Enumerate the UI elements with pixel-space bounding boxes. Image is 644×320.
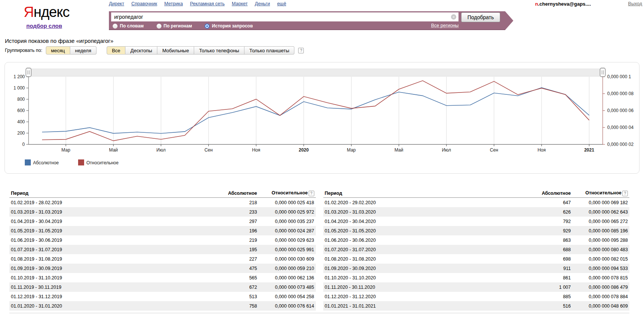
table-row: 01.05.2020 - 31.05.20209290,000 000 085 … [323, 226, 630, 235]
logout-link[interactable]: Выход [628, 1, 642, 6]
cell-absolute: 647 [522, 200, 571, 205]
table-row: 01.08.2019 - 31.08.20192270,000 000 030 … [9, 254, 316, 264]
cell-period: 01.09.2020 - 30.09.2020 [325, 266, 522, 271]
relative-help-icon[interactable]: ? [309, 191, 314, 196]
table-row: 01.06.2020 - 30.06.20208630,000 000 095 … [323, 235, 630, 245]
radio-icon[interactable] [157, 24, 161, 29]
cell-relative: 0,000 000 065 272 [571, 219, 628, 224]
cell-absolute: 475 [208, 266, 257, 271]
cell-absolute: 195 [208, 247, 257, 252]
cell-relative: 0,000 000 054 258 [257, 294, 314, 299]
cell-absolute: 219 [208, 238, 257, 243]
range-slider-handle-left[interactable] [26, 68, 31, 77]
cell-absolute: 196 [208, 228, 257, 234]
table-row: 01.03.2019 - 31.03.20192330,000 000 025 … [9, 207, 316, 217]
cell-relative: 0,000 000 059 210 [257, 266, 314, 271]
cell-period: 01.11.2019 - 30.11.2019 [11, 285, 208, 290]
table-row: 01.02.2020 - 29.02.20206470,000 000 069 … [323, 198, 630, 207]
x-axis-label: Мар [347, 147, 356, 153]
range-slider-handle-right[interactable] [600, 68, 605, 77]
table-row: 01.01.2020 - 31.01.20207580,000 000 076 … [9, 301, 316, 311]
left-axis-label: 0 [22, 142, 25, 147]
device-filter-только-телефоны[interactable]: Только телефоны [194, 46, 244, 55]
col-header-absolute: Абсолютное [522, 191, 571, 196]
topnav-link-2[interactable]: Справочник [131, 1, 157, 6]
device-filter-все[interactable]: Все [107, 46, 125, 55]
legend-item-absolute[interactable]: Абсолютное [25, 159, 59, 165]
table-row: 01.02.2019 - 28.02.20192180,000 000 025 … [9, 198, 316, 207]
cell-absolute: 688 [522, 247, 571, 252]
search-button[interactable]: Подобрать [461, 12, 500, 22]
right-axis-label: 0,000 000 02 [607, 142, 633, 147]
cell-absolute: 565 [208, 275, 257, 281]
page-title: История показов по фразе «игропедагог» [5, 38, 113, 44]
legend-item-relative[interactable]: Относительное [78, 159, 119, 165]
cell-absolute: 297 [208, 219, 257, 224]
devices-help-icon[interactable]: ? [298, 48, 304, 53]
wordstat-link[interactable]: подбор слов [26, 23, 62, 29]
left-axis-label: 200 [17, 130, 25, 136]
table-row: 01.10.2020 - 31.10.20208610,000 000 078 … [323, 273, 630, 282]
email-rest-part: .chernysheva@gaps.... [538, 1, 591, 7]
table-row: 01.11.2020 - 30.11.20201 0070,000 000 08… [323, 282, 630, 292]
cell-period: 01.12.2019 - 31.12.2019 [11, 294, 208, 299]
x-axis-label: Ноя [537, 147, 546, 153]
radio-icon[interactable] [113, 24, 118, 29]
topnav-link-3[interactable]: Метрика [164, 1, 182, 6]
controls-row: Группировать по: месяцнеделя ВсеДесктопы… [5, 46, 304, 55]
group-by-неделя[interactable]: неделя [70, 46, 97, 55]
group-by-месяц[interactable]: месяц [46, 46, 70, 55]
range-slider-track[interactable] [29, 69, 603, 76]
cell-relative: 0,000 000 085 196 [571, 228, 628, 234]
table-header-row: ПериодАбсолютноеОтносительное? [9, 189, 316, 198]
email-red-part: n [535, 1, 538, 7]
col-header-relative: Относительное? [571, 190, 628, 196]
cell-relative: 0,000 000 025 991 [257, 247, 314, 252]
x-axis-label: 2020 [299, 147, 309, 153]
table-row: 01.12.2020 - 31.12.20208850,000 000 078 … [323, 292, 630, 301]
search-input[interactable] [111, 12, 458, 21]
cell-relative: 0,000 000 080 483 [571, 247, 628, 252]
device-filter-только-планшеты[interactable]: Только планшеты [244, 46, 294, 55]
topnav-link-5[interactable]: Маркет [232, 1, 247, 6]
cell-period: 01.05.2020 - 31.05.2020 [325, 228, 522, 234]
cell-relative: 0,000 000 094 533 [571, 266, 628, 271]
device-filter-мобильные[interactable]: Мобильные [157, 46, 194, 55]
clear-icon[interactable]: × [451, 14, 456, 20]
search-mode-2[interactable]: По регионам [157, 23, 192, 29]
device-filter-десктопы[interactable]: Десктопы [125, 46, 157, 55]
cell-relative: 0,000 000 078 815 [571, 275, 628, 281]
history-tables: ПериодАбсолютноеОтносительное?01.02.2019… [9, 189, 629, 313]
search-mode-label: История запросов [212, 23, 253, 29]
topnav-link-4[interactable]: Рекламная сеть [190, 1, 225, 6]
col-header-period: Период [325, 191, 522, 196]
history-table-2020: ПериодАбсолютноеОтносительное?01.02.2020… [323, 189, 630, 311]
search-banner: × Подобрать По словамПо регионамИстория … [109, 11, 505, 30]
col-header-period: Период [11, 191, 208, 196]
topnav-link-7[interactable]: ещё [277, 1, 286, 6]
right-axis-label: 0,000 000 04 [607, 125, 633, 130]
cell-relative: 0,000 000 035 237 [257, 219, 314, 224]
cell-period: 01.04.2020 - 30.04.2020 [325, 219, 522, 224]
left-axis-label: 1 000 [14, 85, 25, 91]
yandex-logo[interactable]: Яндекс [24, 5, 69, 20]
radio-dot [206, 25, 208, 27]
radio-selected-icon[interactable] [205, 24, 210, 29]
table-row: 01.09.2020 - 30.09.20209110,000 000 094 … [323, 264, 630, 273]
table-row: 01.03.2020 - 31.03.20206260,000 000 062 … [323, 207, 630, 217]
relative-help-icon[interactable]: ? [622, 191, 628, 196]
banner-arrow-decoration [505, 11, 513, 30]
cell-absolute: 698 [522, 256, 571, 262]
cell-relative: 0,000 000 076 614 [257, 303, 314, 309]
search-mode-1[interactable]: По словам [113, 23, 144, 29]
table-row: 01.06.2019 - 30.06.20192190,000 000 029 … [9, 235, 316, 245]
left-axis-label: 400 [17, 119, 25, 124]
all-regions-link[interactable]: Все регионы [431, 23, 458, 28]
cell-period: 01.04.2019 - 30.04.2019 [11, 219, 208, 224]
topnav-link-1[interactable]: Директ [109, 1, 124, 6]
history-table-2019: ПериодАбсолютноеОтносительное?01.02.2019… [9, 189, 316, 311]
search-mode-3[interactable]: История запросов [205, 23, 253, 29]
x-axis-label: Ноя [252, 147, 260, 153]
cell-relative: 0,000 000 095 288 [571, 238, 628, 243]
topnav-link-6[interactable]: Деньги [255, 1, 270, 6]
